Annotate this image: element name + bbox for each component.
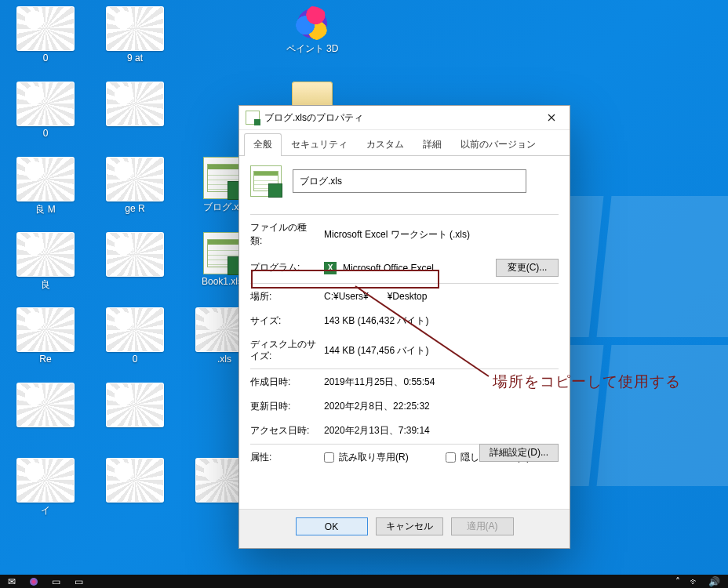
file-icon[interactable] xyxy=(96,458,174,504)
icon-label: Re xyxy=(39,354,51,365)
file-icon[interactable] xyxy=(96,82,174,128)
file-icon[interactable] xyxy=(96,383,174,429)
divider xyxy=(250,368,559,369)
size-label: サイズ: xyxy=(250,314,316,328)
file-icon[interactable]: 良 xyxy=(6,232,85,292)
task-icon[interactable]: ▭ xyxy=(52,576,60,587)
tab-custom[interactable]: カスタム xyxy=(357,133,413,156)
file-icon[interactable] xyxy=(96,232,174,278)
tab-body: ファイルの種類: Microsoft Excel ワークシート (.xls) プ… xyxy=(239,156,570,509)
file-large-icon xyxy=(250,165,282,197)
modified-value: 2020年2月8日、22:25:32 xyxy=(324,400,559,413)
taskbar-left: ✉ ▭ ▭ xyxy=(8,576,83,587)
hidden-input[interactable] xyxy=(446,452,456,463)
system-tray: ˄ ᯤ 🔊 xyxy=(675,576,720,587)
file-type-icon xyxy=(246,111,260,125)
task-icon[interactable]: ▭ xyxy=(75,576,83,587)
mail-icon[interactable]: ✉ xyxy=(8,576,16,587)
file-icon[interactable]: 0 xyxy=(6,6,85,64)
close-button[interactable] xyxy=(533,106,570,129)
file-icon[interactable]: ge R xyxy=(96,157,174,214)
tab-general[interactable]: 全般 xyxy=(244,133,282,156)
icon-label: 0 xyxy=(43,128,49,139)
icon-label: 0 xyxy=(43,53,49,64)
icon-label: 良 xyxy=(41,278,50,292)
icon-label: ペイント 3D xyxy=(286,42,339,56)
file-icon[interactable]: 0 xyxy=(6,82,85,139)
icon-label: .xls xyxy=(217,354,231,365)
created-label: 作成日時: xyxy=(250,376,316,389)
excel-app-icon xyxy=(324,262,337,274)
tab-details[interactable]: 詳細 xyxy=(413,133,451,156)
network-icon[interactable]: ᯤ xyxy=(690,576,699,587)
program-value-text: Microsoft Office Excel xyxy=(343,263,434,274)
file-type-label: ファイルの種類: xyxy=(250,221,316,248)
accessed-value: 2020年2月13日、7:39:14 xyxy=(324,424,559,437)
file-icon[interactable]: 0 xyxy=(96,307,174,365)
program-label: プログラム: xyxy=(250,261,316,274)
shortcut-paint3d[interactable]: ペイント 3D xyxy=(273,6,351,56)
icon-label: イ xyxy=(41,504,50,517)
accessed-label: アクセス日時: xyxy=(250,424,316,437)
icon-label: ge R xyxy=(125,203,144,214)
readonly-checkbox[interactable]: 読み取り専用(R) xyxy=(324,451,438,464)
location-value: C:¥Users¥ ¥Desktop xyxy=(324,290,559,303)
modified-label: 更新日時: xyxy=(250,400,316,413)
file-icon[interactable]: 良 M xyxy=(6,157,85,216)
icon-label: 良 M xyxy=(35,203,55,216)
file-type-value: Microsoft Excel ワークシート (.xls) xyxy=(324,228,559,241)
divider xyxy=(250,283,559,284)
file-icon[interactable] xyxy=(6,383,85,429)
apply-button[interactable]: 適用(A) xyxy=(451,517,514,535)
volume-icon[interactable]: 🔊 xyxy=(708,576,720,587)
close-icon xyxy=(548,114,555,122)
size-value: 143 KB (146,432 バイト) xyxy=(324,314,559,328)
file-icon[interactable]: Re xyxy=(6,307,85,365)
desktop: 0 0 良 M 良 Re イ 9 at ge R 0 ブログ.xls Book1… xyxy=(0,0,728,588)
icon-label: 9 at xyxy=(127,53,143,64)
location-label: 場所: xyxy=(250,290,316,303)
cancel-button[interactable]: キャンセル xyxy=(376,517,443,535)
program-value: Microsoft Office Excel xyxy=(324,262,488,274)
ok-button[interactable]: OK xyxy=(296,517,368,535)
chevron-up-icon[interactable]: ˄ xyxy=(675,576,680,587)
properties-dialog: ブログ.xlsのプロパティ 全般 セキュリティ カスタム 詳細 以前のバージョン… xyxy=(238,105,570,549)
action-bar: OK キャンセル 適用(A) xyxy=(239,509,570,548)
attributes-label: 属性: xyxy=(250,451,316,464)
tab-previous-versions[interactable]: 以前のバージョン xyxy=(451,133,545,156)
titlebar[interactable]: ブログ.xlsのプロパティ xyxy=(239,106,570,130)
disk-size-label: ディスク上のサイズ: xyxy=(250,339,316,362)
divider xyxy=(250,214,559,215)
readonly-input[interactable] xyxy=(324,452,334,463)
tab-security[interactable]: セキュリティ xyxy=(282,133,357,156)
filename-input[interactable] xyxy=(293,169,526,193)
advanced-button[interactable]: 詳細設定(D)... xyxy=(479,444,559,462)
readonly-label-text: 読み取り専用(R) xyxy=(339,451,409,464)
icon-label: 0 xyxy=(133,354,138,365)
tab-strip: 全般 セキュリティ カスタム 詳細 以前のバージョン xyxy=(239,130,570,156)
window-title: ブログ.xlsのプロパティ xyxy=(264,111,533,125)
file-icon[interactable]: 9 at xyxy=(96,6,174,64)
disk-size-value: 144 KB (147,456 バイト) xyxy=(324,344,559,358)
change-program-button[interactable]: 変更(C)... xyxy=(496,259,559,277)
created-value: 2019年11月25日、0:55:54 xyxy=(324,376,559,389)
taskbar[interactable]: ✉ ▭ ▭ ˄ ᯤ 🔊 xyxy=(0,575,728,588)
file-icon[interactable]: イ xyxy=(6,458,85,517)
cortana-icon[interactable] xyxy=(30,578,38,586)
